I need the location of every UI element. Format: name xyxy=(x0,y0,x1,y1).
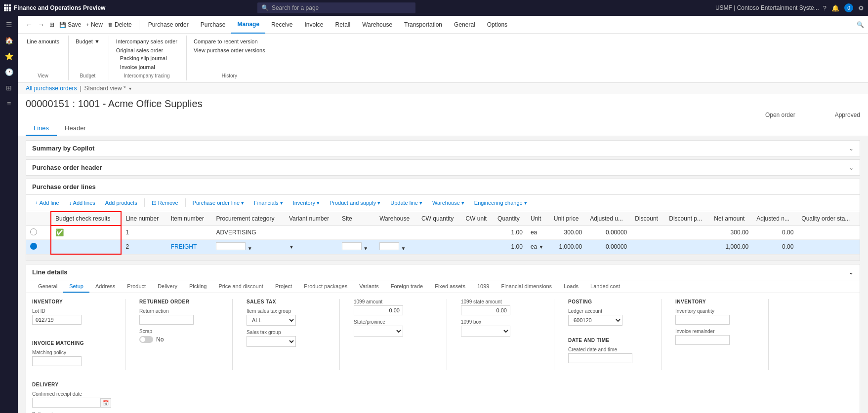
remove-button[interactable]: ⊡ Remove xyxy=(149,198,181,208)
tab-options[interactable]: Options xyxy=(481,16,513,34)
standard-view-label[interactable]: Standard view * xyxy=(84,85,126,92)
confirmed-receipt-date-field: Confirmed receipt date 📅 xyxy=(32,391,111,408)
detail-tab-financial-dimensions[interactable]: Financial dimensions xyxy=(495,280,558,293)
notification-icon[interactable]: 🔔 xyxy=(831,4,839,12)
compare-recent-button[interactable]: Compare to recent version xyxy=(191,38,268,45)
detail-tab-picking[interactable]: Picking xyxy=(183,280,212,293)
engineering-change-button[interactable]: Engineering change ▾ xyxy=(471,198,530,208)
tab-invoice[interactable]: Invoice xyxy=(298,16,329,34)
tab-manage[interactable]: Manage xyxy=(231,16,265,34)
badge-icon[interactable]: 0 xyxy=(844,3,853,12)
inventory-button[interactable]: Inventory ▾ xyxy=(290,198,323,208)
row2-radio[interactable] xyxy=(26,239,41,254)
return-action-input[interactable] xyxy=(139,315,194,325)
original-sales-order-button[interactable]: Original sales order xyxy=(113,46,180,54)
detail-tab-landed-cost[interactable]: Landed cost xyxy=(584,280,626,293)
detail-tab-product-packages[interactable]: Product packages xyxy=(298,280,353,293)
windows-button[interactable]: ⊞ xyxy=(47,20,56,29)
detail-tab-setup[interactable]: Setup xyxy=(63,280,89,293)
table-row[interactable]: 2 FREIGHT ▼ ▼ ▼ ▼ 1.00 ea ▼ 1,000.0 xyxy=(26,239,860,254)
tab-purchase[interactable]: Purchase xyxy=(195,16,232,34)
tab-receive[interactable]: Receive xyxy=(265,16,298,34)
sidebar-menu-icon[interactable]: ☰ xyxy=(2,18,16,32)
view-dropdown-arrow[interactable]: ▾ xyxy=(129,86,131,91)
view-po-versions-button[interactable]: View purchase order versions xyxy=(191,46,268,54)
order-lines-header[interactable]: Purchase order lines xyxy=(26,179,860,195)
search-icon: 🔍 xyxy=(261,4,269,11)
scrap-toggle[interactable]: No xyxy=(139,336,218,343)
lot-id-input[interactable] xyxy=(32,315,82,325)
detail-tab-product[interactable]: Product xyxy=(121,280,152,293)
invoice-journal-button[interactable]: Invoice journal xyxy=(117,63,180,71)
detail-tab-1099[interactable]: 1099 xyxy=(471,280,495,293)
breadcrumb-all-orders[interactable]: All purchase orders xyxy=(26,85,77,92)
purchase-order-line-button[interactable]: Purchase order line ▾ xyxy=(190,198,247,208)
col-variant-number: Variant number xyxy=(285,212,338,225)
tab-transportation[interactable]: Transportation xyxy=(398,16,448,34)
scrap-toggle-switch[interactable] xyxy=(139,336,153,343)
warehouse-button[interactable]: Warehouse ▾ xyxy=(429,198,467,208)
update-line-button[interactable]: Update line ▾ xyxy=(387,198,425,208)
detail-tab-variants[interactable]: Variants xyxy=(353,280,385,293)
tab-header[interactable]: Header xyxy=(57,120,94,136)
save-ribbon-button[interactable]: 💾 Save xyxy=(57,20,83,29)
order-header-header[interactable]: Purchase order header ⌄ xyxy=(26,160,860,175)
help-icon[interactable]: ? xyxy=(823,4,827,12)
product-supply-button[interactable]: Product and supply ▾ xyxy=(327,198,383,208)
confirmed-receipt-date-input[interactable] xyxy=(32,398,101,408)
detail-tab-foreign-trade[interactable]: Foreign trade xyxy=(385,280,429,293)
detail-tab-general[interactable]: General xyxy=(32,280,63,293)
sidebar-modules-icon[interactable]: ≡ xyxy=(2,97,16,111)
tab-lines[interactable]: Lines xyxy=(26,120,57,136)
detail-tab-price-discount[interactable]: Price and discount xyxy=(212,280,269,293)
matching-policy-input[interactable] xyxy=(32,356,82,366)
date-picker-icon[interactable]: 📅 xyxy=(101,398,111,408)
horizontal-scrollbar[interactable] xyxy=(26,255,860,261)
table-row[interactable]: ✅ 1 ADVERTISING 1.00 ea xyxy=(26,225,860,239)
line-amounts-button[interactable]: Line amounts xyxy=(24,38,62,45)
copilot-header[interactable]: Summary by Copilot ⌄ xyxy=(26,141,860,156)
financials-button[interactable]: Financials ▾ xyxy=(251,198,286,208)
settings-icon[interactable]: ⚙ xyxy=(858,4,864,12)
amount-1099-input[interactable] xyxy=(354,305,403,315)
state-province-select[interactable] xyxy=(354,326,403,337)
intercompany-sales-order-button[interactable]: Intercompany sales order xyxy=(113,38,180,45)
add-lines-button[interactable]: ↓ Add lines xyxy=(66,198,98,207)
packing-slip-journal-button[interactable]: Packing slip journal xyxy=(117,54,180,62)
sidebar-workspaces-icon[interactable]: ⊞ xyxy=(2,81,16,95)
budget-button[interactable]: Budget ▼ xyxy=(73,38,103,45)
detail-tab-delivery[interactable]: Delivery xyxy=(152,280,183,293)
sales-tax-group-select[interactable] xyxy=(247,336,296,347)
add-line-button[interactable]: + Add line xyxy=(32,198,62,207)
back-button[interactable]: ← xyxy=(24,20,35,30)
created-datetime-input[interactable] xyxy=(568,353,632,363)
forward-button[interactable]: → xyxy=(36,20,46,30)
sidebar-recent-icon[interactable]: 🕐 xyxy=(2,65,16,79)
box-1099-select[interactable] xyxy=(461,326,510,337)
delete-ribbon-button[interactable]: 🗑 Delete xyxy=(106,20,134,29)
ledger-account-select[interactable]: 600120 xyxy=(568,315,622,326)
line-details-header[interactable]: Line details ⌄ xyxy=(26,264,860,280)
detail-tab-project[interactable]: Project xyxy=(269,280,298,293)
invoice-remainder-input[interactable] xyxy=(675,335,730,345)
detail-section-delivery: DELIVERY Confirmed receipt date 📅 Delive… xyxy=(32,382,111,413)
detail-tab-loads[interactable]: Loads xyxy=(558,280,584,293)
state-amount-1099-input[interactable] xyxy=(461,305,510,315)
tab-retail[interactable]: Retail xyxy=(330,16,357,34)
row1-radio[interactable] xyxy=(26,225,41,239)
tab-purchase-order[interactable]: Purchase order xyxy=(142,16,195,34)
inventory-qty-input[interactable] xyxy=(675,315,730,325)
detail-tab-fixed-assets[interactable]: Fixed assets xyxy=(429,280,471,293)
sidebar-home-icon[interactable]: 🏠 xyxy=(2,34,16,47)
tab-warehouse[interactable]: Warehouse xyxy=(356,16,398,34)
col-item-number: Item number xyxy=(167,212,212,225)
tab-general[interactable]: General xyxy=(448,16,481,34)
global-search[interactable]: 🔍 Search for a page xyxy=(257,2,415,13)
new-ribbon-button[interactable]: + New xyxy=(84,20,105,29)
sidebar-favorites-icon[interactable]: ⭐ xyxy=(2,49,16,63)
detail-tab-address[interactable]: Address xyxy=(89,280,121,293)
add-products-button[interactable]: Add products xyxy=(102,198,140,207)
item-sales-tax-group-select[interactable]: ALL xyxy=(247,315,296,326)
row2-item-number[interactable]: FREIGHT xyxy=(167,239,212,254)
search-ribbon-icon[interactable]: 🔍 xyxy=(857,21,864,28)
